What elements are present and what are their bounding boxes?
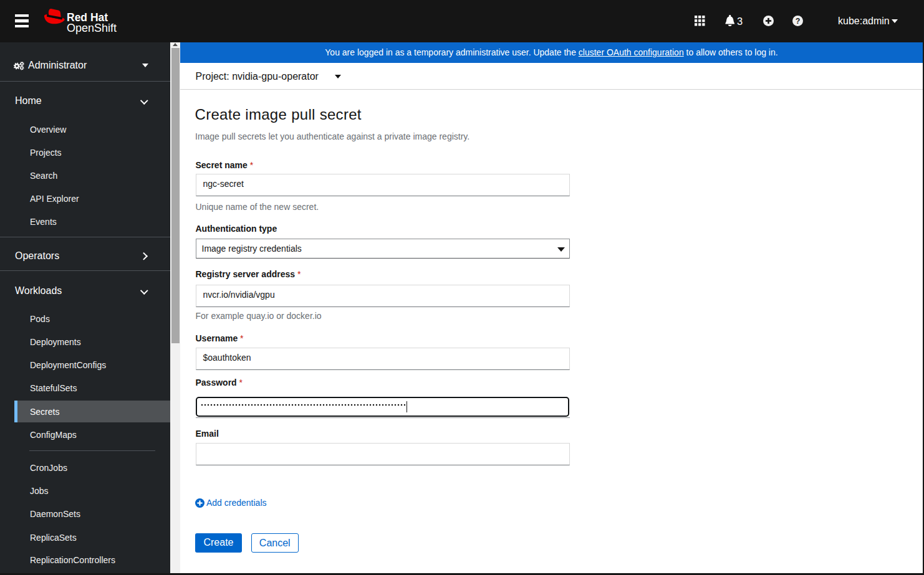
svg-text:?: ?	[796, 17, 801, 26]
